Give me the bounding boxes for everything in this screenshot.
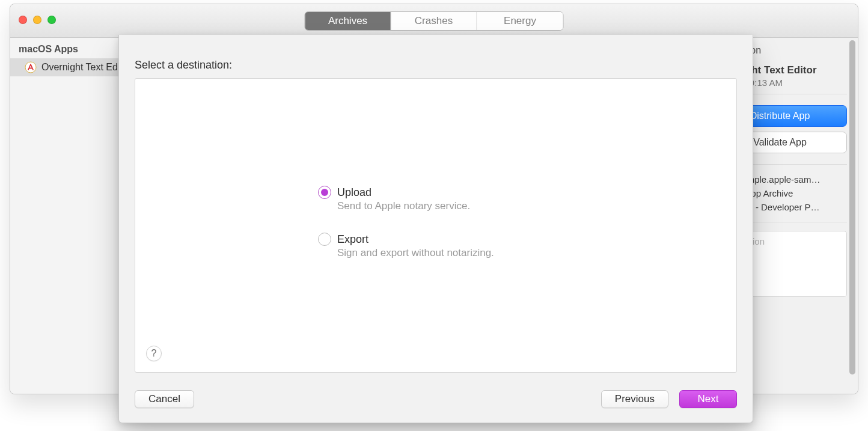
sheet-button-bar: Cancel Next Previous bbox=[135, 390, 737, 411]
app-icon bbox=[25, 61, 37, 73]
vertical-scrollbar[interactable] bbox=[849, 40, 855, 374]
scrollbar-thumb[interactable] bbox=[849, 40, 855, 374]
traffic-lights bbox=[19, 16, 56, 24]
choice-upload-desc: Send to Apple notary service. bbox=[337, 200, 470, 212]
zoom-window-button[interactable] bbox=[47, 16, 56, 24]
source-list-item-label: Overnight Text Editor bbox=[41, 62, 131, 73]
radio-upload[interactable] bbox=[318, 186, 331, 199]
organizer-tabs: Archives Crashes Energy bbox=[305, 11, 564, 31]
sheet-prompt: Select a destination: bbox=[135, 59, 232, 72]
help-button[interactable]: ? bbox=[146, 346, 162, 361]
choice-export-title: Export bbox=[337, 233, 494, 246]
tab-crashes[interactable]: Crashes bbox=[391, 12, 477, 30]
next-button[interactable]: Next bbox=[679, 390, 737, 408]
choice-export-desc: Sign and export without notarizing. bbox=[337, 247, 494, 259]
radio-export[interactable] bbox=[318, 233, 331, 246]
tab-energy[interactable]: Energy bbox=[477, 12, 563, 30]
titlebar: Archives Crashes Energy bbox=[10, 4, 858, 38]
choice-upload-title: Upload bbox=[337, 186, 470, 199]
svg-point-0 bbox=[25, 62, 36, 73]
choice-panel: Upload Send to Apple notary service. Exp… bbox=[135, 78, 737, 373]
choice-list: Upload Send to Apple notary service. Exp… bbox=[318, 186, 494, 280]
cancel-button[interactable]: Cancel bbox=[135, 390, 194, 408]
choice-upload[interactable]: Upload Send to Apple notary service. bbox=[318, 186, 494, 212]
close-window-button[interactable] bbox=[19, 16, 27, 24]
previous-button[interactable]: Previous bbox=[601, 390, 668, 408]
tab-archives[interactable]: Archives bbox=[305, 12, 391, 30]
destination-sheet: Select a destination: Upload Send to App… bbox=[118, 35, 753, 423]
choice-export[interactable]: Export Sign and export without notarizin… bbox=[318, 233, 494, 259]
minimize-window-button[interactable] bbox=[33, 16, 41, 24]
